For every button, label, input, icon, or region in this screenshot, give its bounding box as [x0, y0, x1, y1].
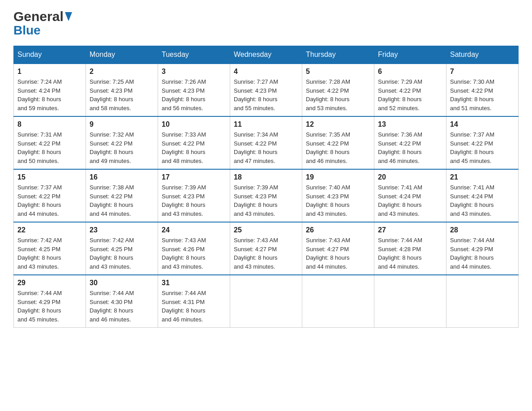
calendar-cell: 3 Sunrise: 7:26 AMSunset: 4:23 PMDayligh…: [158, 64, 230, 116]
day-number: 18: [234, 173, 298, 181]
day-info: Sunrise: 7:36 AMSunset: 4:22 PMDaylight:…: [378, 131, 422, 164]
calendar-cell: 13 Sunrise: 7:36 AMSunset: 4:22 PMDaylig…: [374, 116, 446, 169]
calendar-cell: 17 Sunrise: 7:39 AMSunset: 4:23 PMDaylig…: [158, 169, 230, 222]
day-number: 8: [17, 120, 82, 128]
day-info: Sunrise: 7:28 AMSunset: 4:22 PMDaylight:…: [306, 78, 350, 111]
day-info: Sunrise: 7:31 AMSunset: 4:22 PMDaylight:…: [17, 131, 62, 164]
calendar-cell: 26 Sunrise: 7:43 AMSunset: 4:27 PMDaylig…: [302, 222, 374, 275]
calendar-cell: 22 Sunrise: 7:42 AMSunset: 4:25 PMDaylig…: [14, 222, 86, 275]
day-number: 7: [450, 68, 515, 76]
calendar-cell: 12 Sunrise: 7:35 AMSunset: 4:22 PMDaylig…: [302, 116, 374, 169]
day-number: 10: [162, 120, 226, 128]
calendar-cell: 7 Sunrise: 7:30 AMSunset: 4:22 PMDayligh…: [446, 64, 519, 116]
calendar-cell: 2 Sunrise: 7:25 AMSunset: 4:23 PMDayligh…: [86, 64, 158, 116]
day-info: Sunrise: 7:39 AMSunset: 4:23 PMDaylight:…: [234, 184, 278, 217]
calendar-header-row: SundayMondayTuesdayWednesdayThursdayFrid…: [14, 46, 519, 64]
day-number: 27: [378, 226, 442, 234]
day-info: Sunrise: 7:44 AMSunset: 4:30 PMDaylight:…: [90, 290, 134, 323]
logo-arrow-icon: [65, 12, 72, 23]
day-number: 28: [450, 226, 515, 234]
day-header-wednesday: Wednesday: [230, 46, 302, 64]
svg-marker-0: [65, 12, 72, 21]
day-info: Sunrise: 7:27 AMSunset: 4:23 PMDaylight:…: [234, 78, 278, 111]
day-info: Sunrise: 7:26 AMSunset: 4:23 PMDaylight:…: [162, 78, 206, 111]
logo-general-text: General: [13, 9, 64, 24]
day-number: 9: [90, 120, 154, 128]
calendar-cell: 23 Sunrise: 7:42 AMSunset: 4:25 PMDaylig…: [86, 222, 158, 275]
day-header-tuesday: Tuesday: [158, 46, 230, 64]
page-header: General Blue: [13, 9, 519, 37]
calendar-cell: 10 Sunrise: 7:33 AMSunset: 4:22 PMDaylig…: [158, 116, 230, 169]
calendar-cell: 6 Sunrise: 7:29 AMSunset: 4:22 PMDayligh…: [374, 64, 446, 116]
day-info: Sunrise: 7:40 AMSunset: 4:23 PMDaylight:…: [306, 184, 350, 217]
day-info: Sunrise: 7:43 AMSunset: 4:26 PMDaylight:…: [162, 237, 206, 270]
calendar-week-row: 8 Sunrise: 7:31 AMSunset: 4:22 PMDayligh…: [14, 116, 519, 169]
day-header-thursday: Thursday: [302, 46, 374, 64]
day-info: Sunrise: 7:32 AMSunset: 4:22 PMDaylight:…: [90, 131, 134, 164]
day-number: 31: [162, 279, 226, 287]
calendar-cell: [230, 275, 302, 328]
day-number: 3: [162, 68, 226, 76]
day-header-friday: Friday: [374, 46, 446, 64]
day-number: 19: [306, 173, 370, 181]
day-number: 15: [17, 173, 82, 181]
calendar-cell: 5 Sunrise: 7:28 AMSunset: 4:22 PMDayligh…: [302, 64, 374, 116]
day-info: Sunrise: 7:29 AMSunset: 4:22 PMDaylight:…: [378, 78, 422, 111]
day-info: Sunrise: 7:43 AMSunset: 4:27 PMDaylight:…: [306, 237, 350, 270]
day-info: Sunrise: 7:37 AMSunset: 4:22 PMDaylight:…: [450, 131, 494, 164]
calendar-cell: 27 Sunrise: 7:44 AMSunset: 4:28 PMDaylig…: [374, 222, 446, 275]
day-number: 2: [90, 68, 154, 76]
logo-blue-text: Blue: [13, 24, 72, 37]
day-number: 26: [306, 226, 370, 234]
day-number: 12: [306, 120, 370, 128]
calendar-cell: 29 Sunrise: 7:44 AMSunset: 4:29 PMDaylig…: [14, 275, 86, 328]
calendar-cell: 18 Sunrise: 7:39 AMSunset: 4:23 PMDaylig…: [230, 169, 302, 222]
day-number: 25: [234, 226, 298, 234]
calendar-cell: 15 Sunrise: 7:37 AMSunset: 4:22 PMDaylig…: [14, 169, 86, 222]
day-info: Sunrise: 7:44 AMSunset: 4:31 PMDaylight:…: [162, 290, 206, 323]
day-number: 5: [306, 68, 370, 76]
day-number: 11: [234, 120, 298, 128]
day-header-sunday: Sunday: [14, 46, 86, 64]
calendar-week-row: 29 Sunrise: 7:44 AMSunset: 4:29 PMDaylig…: [14, 275, 519, 328]
day-info: Sunrise: 7:44 AMSunset: 4:29 PMDaylight:…: [17, 290, 62, 323]
day-info: Sunrise: 7:44 AMSunset: 4:28 PMDaylight:…: [378, 237, 422, 270]
day-header-saturday: Saturday: [446, 46, 519, 64]
day-info: Sunrise: 7:44 AMSunset: 4:29 PMDaylight:…: [450, 237, 494, 270]
day-number: 16: [90, 173, 154, 181]
day-header-monday: Monday: [86, 46, 158, 64]
day-info: Sunrise: 7:33 AMSunset: 4:22 PMDaylight:…: [162, 131, 206, 164]
calendar-cell: 19 Sunrise: 7:40 AMSunset: 4:23 PMDaylig…: [302, 169, 374, 222]
day-info: Sunrise: 7:38 AMSunset: 4:22 PMDaylight:…: [90, 184, 134, 217]
calendar-cell: 4 Sunrise: 7:27 AMSunset: 4:23 PMDayligh…: [230, 64, 302, 116]
calendar-week-row: 22 Sunrise: 7:42 AMSunset: 4:25 PMDaylig…: [14, 222, 519, 275]
day-info: Sunrise: 7:35 AMSunset: 4:22 PMDaylight:…: [306, 131, 350, 164]
day-info: Sunrise: 7:34 AMSunset: 4:22 PMDaylight:…: [234, 131, 278, 164]
calendar-cell: 21 Sunrise: 7:41 AMSunset: 4:24 PMDaylig…: [446, 169, 519, 222]
day-info: Sunrise: 7:30 AMSunset: 4:22 PMDaylight:…: [450, 78, 494, 111]
day-number: 13: [378, 120, 442, 128]
day-number: 17: [162, 173, 226, 181]
calendar-cell: 20 Sunrise: 7:41 AMSunset: 4:24 PMDaylig…: [374, 169, 446, 222]
calendar-cell: 24 Sunrise: 7:43 AMSunset: 4:26 PMDaylig…: [158, 222, 230, 275]
calendar-cell: 1 Sunrise: 7:24 AMSunset: 4:24 PMDayligh…: [14, 64, 86, 116]
day-number: 23: [90, 226, 154, 234]
day-number: 4: [234, 68, 298, 76]
calendar-week-row: 15 Sunrise: 7:37 AMSunset: 4:22 PMDaylig…: [14, 169, 519, 222]
calendar-cell: 25 Sunrise: 7:43 AMSunset: 4:27 PMDaylig…: [230, 222, 302, 275]
calendar-table: SundayMondayTuesdayWednesdayThursdayFrid…: [13, 46, 519, 328]
day-info: Sunrise: 7:39 AMSunset: 4:23 PMDaylight:…: [162, 184, 206, 217]
calendar-cell: 9 Sunrise: 7:32 AMSunset: 4:22 PMDayligh…: [86, 116, 158, 169]
day-info: Sunrise: 7:24 AMSunset: 4:24 PMDaylight:…: [17, 78, 62, 111]
day-number: 1: [17, 68, 82, 76]
logo: General Blue: [13, 9, 72, 37]
calendar-cell: 16 Sunrise: 7:38 AMSunset: 4:22 PMDaylig…: [86, 169, 158, 222]
calendar-week-row: 1 Sunrise: 7:24 AMSunset: 4:24 PMDayligh…: [14, 64, 519, 116]
calendar-cell: 11 Sunrise: 7:34 AMSunset: 4:22 PMDaylig…: [230, 116, 302, 169]
day-number: 29: [17, 279, 82, 287]
day-info: Sunrise: 7:42 AMSunset: 4:25 PMDaylight:…: [17, 237, 62, 270]
day-info: Sunrise: 7:41 AMSunset: 4:24 PMDaylight:…: [378, 184, 422, 217]
day-info: Sunrise: 7:43 AMSunset: 4:27 PMDaylight:…: [234, 237, 278, 270]
day-number: 6: [378, 68, 442, 76]
calendar-cell: [446, 275, 519, 328]
